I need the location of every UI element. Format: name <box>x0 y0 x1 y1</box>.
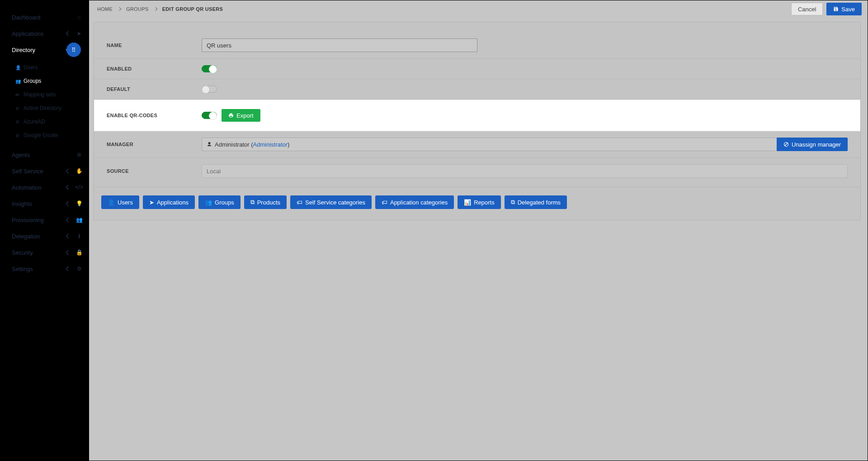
chevron-down-icon <box>66 233 71 238</box>
sidebar-subitem-users[interactable]: 👤Users <box>0 61 89 74</box>
gear-icon: ⚙ <box>15 133 21 138</box>
chevron-down-icon <box>66 185 71 190</box>
edit-group-panel: Name Enabled Default Enable QR-codes <box>94 22 861 220</box>
sidebar-item-label: Security <box>12 249 66 256</box>
sidebar-item-insights[interactable]: Insights💡 <box>0 195 89 212</box>
source-input <box>202 164 848 178</box>
name-input[interactable] <box>202 38 477 52</box>
sidebar-subitem-active-directory[interactable]: ⚙Active Directory <box>0 101 89 115</box>
sidebar-item-security[interactable]: Security🔒 <box>0 244 89 261</box>
breadcrumb-current: EDIT GROUP QR USERS <box>162 6 223 12</box>
tab-applications[interactable]: ➤Applications <box>143 195 195 209</box>
unassign-manager-button[interactable]: Unassign manager <box>777 138 848 151</box>
sidebar-item-dashboard[interactable]: Dashboard⌂ <box>0 9 89 25</box>
manager-display: Administrator ( Administrator ) <box>202 138 777 151</box>
sidebar-subitem-groups[interactable]: 👥Groups <box>0 74 89 88</box>
home-icon: ⌂ <box>75 14 83 21</box>
default-toggle[interactable] <box>202 86 217 93</box>
sidebar-subitem-mapping-sets[interactable]: ⇄Mapping sets <box>0 88 89 101</box>
users-icon: 👥 <box>205 199 212 206</box>
detail-tabs: 👤Users➤Applications👥Groups⧉Products🏷Self… <box>94 187 860 209</box>
row-default: Default <box>94 79 860 100</box>
qr-toggle[interactable] <box>202 112 217 119</box>
chart-icon: 📊 <box>464 199 471 206</box>
sidebar-subitem-label: Groups <box>24 78 41 84</box>
breadcrumb-item[interactable]: HOME <box>97 6 113 12</box>
chevron-right-icon <box>118 7 121 11</box>
enabled-toggle[interactable] <box>202 65 217 72</box>
export-button-label: Export <box>236 112 254 119</box>
sidebar-item-label: Self Service <box>12 168 66 175</box>
tab-label: Applications <box>157 199 189 206</box>
tab-label: Application categories <box>390 199 448 206</box>
export-button[interactable]: Export <box>222 109 260 122</box>
save-button[interactable]: Save <box>826 3 862 15</box>
sidebar-subitem-label: Mapping sets <box>24 91 56 98</box>
label-default: Default <box>107 86 202 92</box>
sidebar-item-label: Agents <box>12 152 75 158</box>
tab-self-service-categories[interactable]: 🏷Self Service categories <box>290 195 372 209</box>
hand-icon: ✋ <box>75 167 83 175</box>
nodes-icon: ⊛ <box>75 151 83 158</box>
row-source: Source <box>94 158 860 184</box>
chevron-down-icon <box>66 168 71 173</box>
copy-icon: ⧉ <box>511 199 515 206</box>
sidebar-item-label: Dashboard <box>12 14 75 21</box>
row-name: Name <box>94 32 860 59</box>
ban-icon <box>783 142 789 147</box>
tab-reports[interactable]: 📊Reports <box>458 195 501 209</box>
row-enabled: Enabled <box>94 59 860 79</box>
sidebar-item-label: Provisioning <box>12 217 66 223</box>
breadcrumb-item[interactable]: GROUPS <box>126 6 148 12</box>
sidebar-subitem-label: Users <box>24 64 38 71</box>
sidebar-item-label: Automation <box>12 184 66 191</box>
tab-label: Users <box>118 199 133 206</box>
sidebar-item-label: Directory <box>12 47 66 53</box>
bulb-icon: 💡 <box>75 200 83 207</box>
lock-icon: 🔒 <box>75 249 83 256</box>
sidebar-item-label: Insights <box>12 200 66 207</box>
manager-link[interactable]: Administrator <box>253 141 288 148</box>
sidebar-item-applications[interactable]: Applications➤ <box>0 25 89 42</box>
sidebar-subitem-label: AzureAD <box>24 119 45 125</box>
tab-products[interactable]: ⧉Products <box>244 195 287 209</box>
sidebar-item-label: Applications <box>12 30 66 37</box>
tab-label: Groups <box>215 199 234 206</box>
sidebar-item-label: Settings <box>12 266 66 272</box>
row-manager: Manager Administrator ( Administrator ) … <box>94 131 860 158</box>
send-icon: ➤ <box>75 30 83 37</box>
sidebar-item-provisioning[interactable]: Provisioning👥 <box>0 212 89 228</box>
label-enable-qr: Enable QR-codes <box>107 113 202 118</box>
sidebar-subitem-google-gsuite[interactable]: ⚙Google Gsuite <box>0 128 89 142</box>
tab-application-categories[interactable]: 🏷Application categories <box>375 195 454 209</box>
tab-label: Delegated forms <box>518 199 561 206</box>
main-area: HOME GROUPS EDIT GROUP QR USERS Cancel S… <box>89 0 868 461</box>
user-icon: 👤 <box>108 199 115 206</box>
sidebar-item-settings[interactable]: Settings⚙ <box>0 261 89 277</box>
cubes-icon: ⧉ <box>250 199 255 206</box>
chevron-down-icon <box>66 217 71 222</box>
cancel-button[interactable]: Cancel <box>791 3 823 15</box>
tab-label: Reports <box>474 199 495 206</box>
chevron-right-icon <box>153 7 157 11</box>
tab-users[interactable]: 👤Users <box>101 195 139 209</box>
label-name: Name <box>107 43 202 48</box>
users-icon: 👥 <box>15 79 21 84</box>
sidebar-item-self-service[interactable]: Self Service✋ <box>0 163 89 179</box>
sidebar-item-automation[interactable]: Automation</> <box>0 179 89 195</box>
sidebar-item-delegation[interactable]: Delegationℹ <box>0 228 89 244</box>
sidebar-subitem-label: Google Gsuite <box>24 132 58 138</box>
save-icon <box>833 6 839 12</box>
tab-label: Self Service categories <box>305 199 365 206</box>
user-icon <box>207 142 212 147</box>
gear-icon: ⚙ <box>15 106 21 111</box>
sidebar-item-agents[interactable]: Agents⊛ <box>0 147 89 163</box>
sidebar-item-directory[interactable]: Directory⇶⠿ <box>0 42 89 58</box>
tab-delegated-forms[interactable]: ⧉Delegated forms <box>505 195 567 209</box>
sidebar-item-label: Delegation <box>12 233 66 240</box>
tab-groups[interactable]: 👥Groups <box>198 195 241 209</box>
chevron-down-icon <box>66 31 71 36</box>
sidebar-subitem-azuread[interactable]: ⚙AzureAD <box>0 115 89 128</box>
user-icon: 👤 <box>15 65 21 70</box>
code-icon: </> <box>75 184 83 191</box>
